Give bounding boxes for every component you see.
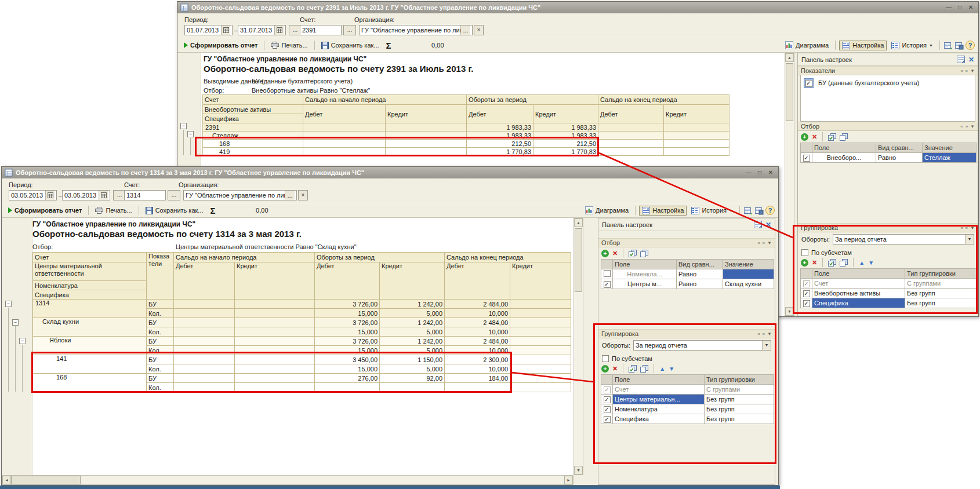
row-checkbox[interactable]: ✓	[604, 416, 611, 423]
title-bar[interactable]: Оборотно-сальдовая ведомость по счету 13…	[2, 167, 778, 178]
minimize-button[interactable]: —	[744, 169, 753, 177]
value-cell[interactable]	[723, 269, 774, 279]
period-to-field[interactable]: 31.07.2013	[238, 25, 286, 35]
end-debit-cell[interactable]: 2 484,00	[445, 300, 510, 309]
field-cell[interactable]: Специфика	[613, 414, 705, 424]
col-start-balance[interactable]: Сальдо на начало периода	[303, 95, 467, 105]
load-settings-button[interactable]	[743, 206, 753, 215]
calendar-icon[interactable]	[274, 25, 284, 35]
period-from-field[interactable]: 03.05.2013	[9, 190, 57, 200]
empty-cell[interactable]	[664, 132, 729, 140]
col-compare[interactable]: Вид сравн...	[677, 260, 723, 269]
row-checkbox[interactable]: ✓	[604, 406, 611, 413]
empty-cell[interactable]	[664, 148, 729, 156]
col-debit[interactable]: Дебет	[303, 105, 386, 123]
turnover-credit-cell[interactable]: 1 150,00	[380, 355, 445, 364]
col-credit[interactable]: Кредит	[386, 105, 467, 123]
org-clear-button[interactable]: ×	[474, 25, 484, 35]
collapse-group-icon[interactable]: −	[12, 319, 19, 326]
empty-cell[interactable]	[386, 140, 467, 148]
set-all-flags-icon[interactable]	[828, 133, 836, 141]
empty-cell[interactable]	[235, 383, 315, 392]
col-credit[interactable]: Кредит	[533, 105, 598, 123]
minimize-button[interactable]: —	[944, 3, 953, 12]
save-as-button[interactable]: Сохранить как...	[318, 41, 382, 50]
expand-left-icon[interactable]: «	[960, 68, 963, 74]
move-down-icon[interactable]: ▼	[669, 366, 674, 372]
calendar-icon[interactable]	[99, 191, 108, 200]
empty-cell[interactable]	[174, 309, 235, 318]
collapse-group-icon[interactable]: −	[180, 123, 187, 129]
indicator-cell[interactable]: БУ	[147, 355, 174, 364]
field-cell[interactable]: Счет	[613, 385, 705, 395]
field-cell[interactable]: Внеоборо...	[812, 153, 876, 163]
end-debit-cell[interactable]: 10,000	[445, 327, 510, 337]
turnover-debit-cell[interactable]: 15,000	[315, 346, 380, 355]
account-cell[interactable]: 419	[203, 148, 303, 156]
grouping-row[interactable]: ✓ Внеоборотные активы Без групп	[801, 289, 977, 298]
empty-cell[interactable]	[235, 374, 315, 383]
empty-cell[interactable]	[174, 383, 235, 392]
empty-cell[interactable]	[510, 327, 571, 337]
grouping-row[interactable]: ✓ Счет С группами	[601, 385, 774, 395]
print-button[interactable]: Печать...	[92, 206, 135, 215]
org-select-button[interactable]: ...	[460, 25, 470, 35]
collapse-section-icon[interactable]: ▼	[767, 331, 772, 337]
move-up-icon[interactable]: ▲	[859, 260, 865, 266]
turnover-debit-cell[interactable]: 276,00	[315, 374, 380, 383]
account-cell[interactable]: 168	[203, 140, 303, 148]
col-credit[interactable]: Кредит	[380, 262, 445, 300]
scroll-up-button[interactable]: ▲	[785, 53, 794, 62]
turnover-dropdown[interactable]: За период отчета ▼	[833, 234, 974, 244]
delete-row-button[interactable]: ✕	[812, 259, 817, 267]
row-checkbox[interactable]: ✓	[803, 290, 810, 297]
turnover-credit-cell[interactable]: 1 242,00	[380, 300, 445, 309]
dropdown-arrow-icon[interactable]: ▼	[762, 341, 771, 350]
scroll-left-button[interactable]: ◄	[2, 476, 11, 484]
field-cell[interactable]: Внеоборотные активы	[812, 289, 905, 298]
dropdown-arrow-icon[interactable]: ▼	[965, 235, 974, 244]
title-bar[interactable]: Оборотно-сальдовая ведомость по счету 23…	[177, 2, 978, 13]
collapse-section-icon[interactable]: ▼	[970, 124, 975, 129]
indicator-checkbox[interactable]: ✓	[805, 80, 812, 87]
row-checkbox[interactable]: ✓	[604, 281, 611, 288]
clear-all-flags-icon[interactable]	[840, 259, 848, 267]
field-cell[interactable]: Номенкла...	[613, 269, 677, 279]
empty-cell[interactable]	[664, 123, 729, 132]
field-cell[interactable]: Центры материальн...	[613, 395, 705, 404]
row-checkbox[interactable]: ✓	[803, 155, 810, 162]
turnover-debit-cell[interactable]: 15,000	[315, 364, 380, 374]
clear-all-flags-icon[interactable]	[840, 133, 848, 141]
col-credit[interactable]: Кредит	[664, 105, 729, 123]
empty-cell[interactable]	[235, 337, 315, 346]
save-settings-button[interactable]	[954, 41, 964, 50]
group-type-cell[interactable]: Без групп	[705, 404, 774, 414]
empty-cell[interactable]	[174, 355, 235, 364]
panel-close-icon[interactable]: ✕	[968, 56, 974, 64]
row-checkbox[interactable]	[604, 270, 611, 277]
turnover-credit-cell[interactable]: 1 983,33	[533, 132, 598, 140]
col-turnover[interactable]: Обороты за период	[467, 95, 598, 105]
section-filter[interactable]: Отбор « » ▼	[798, 122, 978, 131]
empty-cell[interactable]	[235, 346, 315, 355]
collapse-group-icon[interactable]: −	[187, 131, 194, 137]
empty-cell[interactable]	[303, 132, 386, 140]
turnover-debit-cell[interactable]: 15,000	[315, 327, 380, 337]
panel-properties-icon[interactable]	[754, 221, 762, 228]
indicator-cell[interactable]: БУ	[147, 318, 174, 327]
col-field[interactable]: Поле	[812, 269, 905, 279]
expand-left-icon[interactable]: «	[960, 124, 963, 129]
horizontal-scrollbar[interactable]: ◄ ►	[2, 475, 574, 485]
empty-cell[interactable]	[510, 318, 571, 327]
collapse-section-icon[interactable]: ▼	[970, 68, 975, 74]
save-as-button[interactable]: Сохранить как...	[143, 206, 206, 216]
empty-cell[interactable]	[386, 123, 467, 132]
delete-row-button[interactable]: ✕	[812, 133, 817, 141]
empty-cell[interactable]	[303, 140, 386, 148]
empty-cell[interactable]	[386, 132, 467, 140]
collapse-group-icon[interactable]: −	[5, 301, 12, 307]
indicator-cell[interactable]: Кол.	[147, 364, 174, 374]
empty-cell[interactable]	[235, 300, 315, 309]
turnover-debit-cell[interactable]: 1 983,33	[467, 123, 533, 132]
empty-cell[interactable]	[510, 355, 571, 364]
